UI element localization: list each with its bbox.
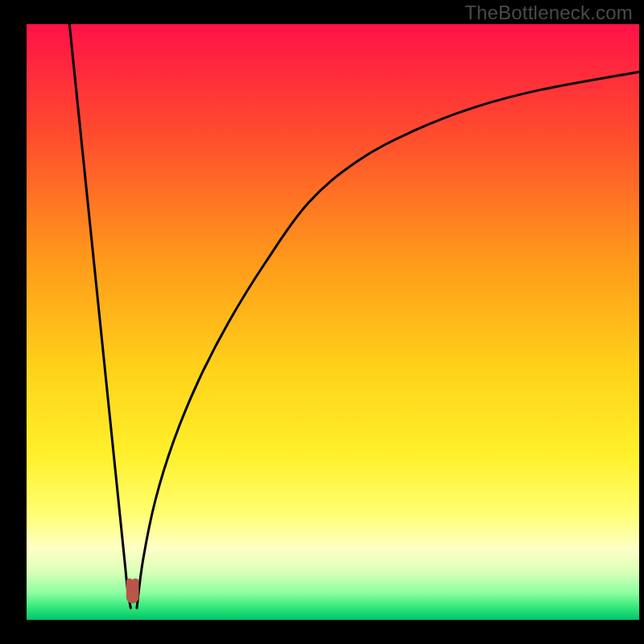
- plot-background: [27, 24, 639, 620]
- watermark-label: TheBottleneck.com: [464, 2, 633, 24]
- bottleneck-chart: [0, 0, 644, 644]
- dip-marker: [127, 580, 138, 603]
- chart-container: TheBottleneck.com: [0, 0, 644, 644]
